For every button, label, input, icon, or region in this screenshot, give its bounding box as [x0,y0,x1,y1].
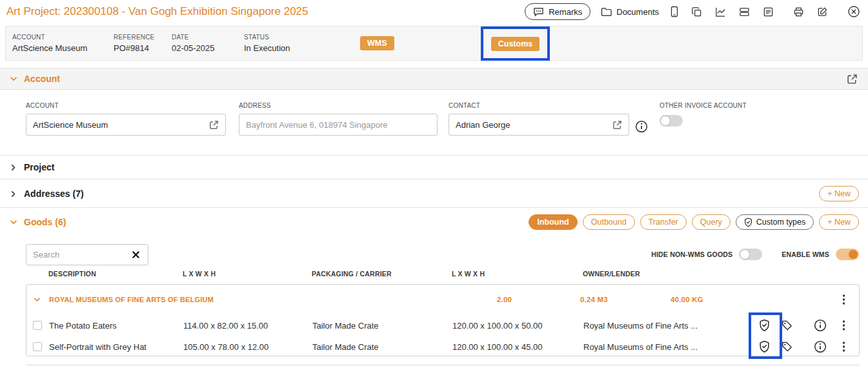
project-section-title: Project [24,162,54,172]
summary-reference-value: PO#9814 [114,43,165,53]
row-packaging: Tailor Made Crate [312,320,379,330]
stack-icon[interactable] [738,5,751,19]
group-volume: 0.24 M3 [580,296,608,303]
documents-button[interactable]: Documents [601,3,659,20]
enable-wms-toggle[interactable] [836,249,859,260]
documents-label: Documents [616,7,659,17]
row-description: The Potato Eaters [49,320,117,330]
clear-search-icon[interactable] [130,249,141,260]
goods-group-row: ROYAL MUSEUMS OF FINE ARTS OF BELGIUM 2.… [26,285,859,314]
row-packaging: Tailor Made Crate [312,342,379,351]
summary-date: DATE 02-05-2025 [165,34,237,53]
hide-non-wms-label: HIDE NON-WMS GOODS [651,250,732,258]
inbound-filter-button[interactable]: Inbound [529,214,577,230]
customs-badge[interactable]: Customs [491,37,540,51]
account-field-label: ACCOUNT [26,102,226,109]
outbound-filter-button[interactable]: Outbound [583,214,635,230]
shield-icon [744,218,752,227]
address-field-label: ADDRESS [239,102,438,109]
row-lwh: 105.00 x 78.00 x 12.00 [183,342,268,351]
contact-field-label: CONTACT [449,102,629,109]
remarks-label: Remarks [549,7,582,17]
summary-status-label: STATUS [244,34,348,41]
account-input-value: ArtScience Museum [33,120,209,130]
chart-icon[interactable] [714,5,727,19]
top-actions: Remarks Documents [525,3,862,20]
mobile-icon[interactable] [669,5,680,19]
chevron-right-icon[interactable] [9,190,17,198]
col-owner: OWNER/LENDER [583,270,640,278]
tag-icon[interactable] [782,320,792,331]
account-open-external-icon[interactable] [209,120,219,130]
list-icon[interactable] [762,5,775,19]
edit-icon[interactable] [816,5,829,19]
table-row: Self-Portrait with Grey Hat 105.00 x 78.… [26,336,859,357]
account-section-title: Account [24,74,60,84]
col-packaging-lwh: L X W X H [452,270,485,278]
goods-table-headers: DESCRIPTION L X W X H PACKAGING / CARRIE… [26,270,860,280]
wms-toggle-group: HIDE NON-WMS GOODS ENABLE WMS [651,249,859,260]
custom-types-button[interactable]: Custom types [736,214,814,230]
chevron-down-icon[interactable] [9,218,18,227]
wms-badge[interactable]: WMS [360,36,394,50]
addresses-section-header[interactable]: Addresses (7) + New [0,180,868,208]
chevron-down-icon[interactable] [33,296,41,304]
search-input[interactable] [33,250,130,260]
project-section-header[interactable]: Project [0,155,868,179]
account-input[interactable]: ArtScience Museum [26,114,226,136]
account-section-header[interactable]: Account [0,68,868,90]
goods-new-button[interactable]: + New [819,214,859,230]
other-invoice-toggle[interactable] [660,115,683,127]
row-lwh: 114.00 x 82.00 x 15.00 [183,320,268,330]
account-field: ACCOUNT ArtScience Museum [26,102,226,136]
addresses-new-button[interactable]: + New [819,186,859,201]
goods-toolbar: HIDE NON-WMS GOODS ENABLE WMS [0,242,868,268]
summary-bar: ACCOUNT ArtScience Museum REFERENCE PO#9… [5,26,863,61]
goods-section-title: Goods (6) [24,217,66,227]
info-icon[interactable] [814,340,827,353]
remarks-button[interactable]: Remarks [525,3,590,20]
chevron-right-icon[interactable] [9,163,17,172]
group-menu-icon[interactable] [842,294,845,305]
goods-search-box[interactable] [26,244,148,265]
enable-wms-label: ENABLE WMS [782,250,829,258]
row-owner: Royal Museums of Fine Arts ... [583,342,698,351]
info-icon[interactable] [814,319,827,332]
address-field: ADDRESS Bayfront Avenue 6, 018974 Singap… [239,102,438,136]
tag-icon[interactable] [782,341,792,352]
custom-types-label: Custom types [756,218,805,227]
address-input[interactable]: Bayfront Avenue 6, 018974 Singapore [239,114,438,136]
open-external-icon[interactable] [845,72,859,86]
row-packaging-lwh: 120.00 x 100.00 x 45.00 [452,342,543,351]
print-icon[interactable] [792,5,805,19]
transfer-filter-button[interactable]: Transfer [640,214,687,230]
query-filter-button[interactable]: Query [692,214,731,230]
address-input-value: Bayfront Avenue 6, 018974 Singapore [246,120,430,130]
row-checkbox[interactable] [33,342,42,351]
goods-section-header[interactable]: Goods (6) Inbound Outbound Transfer Quer… [0,208,868,236]
chevron-down-icon[interactable] [9,74,18,83]
top-bar: Art Project: 202300108 - Van Gogh Exhibi… [0,0,868,23]
contact-input[interactable]: Adrian George [449,114,629,136]
group-quantity: 2.00 [497,296,512,303]
shield-icon[interactable] [759,340,770,353]
row-packaging-lwh: 120.00 x 100.00 x 50.00 [452,320,543,330]
hide-non-wms-toggle[interactable] [739,249,762,260]
contact-open-external-icon[interactable] [612,120,622,130]
row-owner: Royal Museums of Fine Arts ... [583,320,698,330]
summary-account-value: ArtScience Museum [12,43,107,53]
row-menu-icon[interactable] [842,320,845,331]
contact-input-value: Adrian George [456,120,612,130]
app-window: Art Project: 202300108 - Van Gogh Exhibi… [0,0,868,368]
summary-account: ACCOUNT ArtScience Museum [6,34,107,53]
group-name: ROYAL MUSEUMS OF FINE ARTS OF BELGIUM [49,296,214,303]
group-weight: 40.00 KG [671,296,703,303]
row-checkbox[interactable] [33,321,42,330]
shield-icon[interactable] [759,319,770,331]
col-description: DESCRIPTION [48,270,96,278]
addresses-section-title: Addresses (7) [24,189,84,199]
close-icon[interactable] [846,4,862,19]
contact-info-icon[interactable] [635,120,648,133]
copy-icon[interactable] [690,5,703,19]
row-menu-icon[interactable] [842,341,845,353]
